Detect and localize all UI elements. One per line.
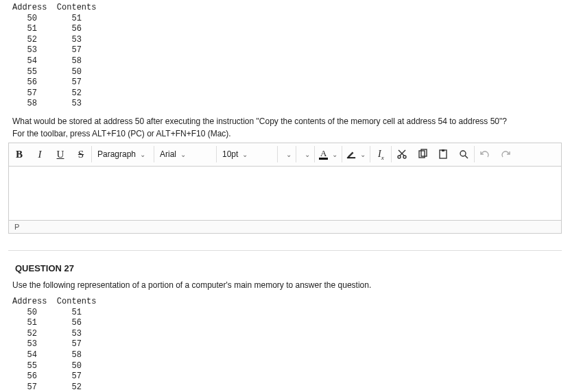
chevron-down-icon: ⌄ <box>360 151 366 158</box>
col-header-contents: Contents <box>57 297 97 306</box>
svg-point-14 <box>403 156 406 158</box>
remove-formatting-icon: Ix <box>378 149 384 161</box>
cell-cont: 53 <box>71 99 81 108</box>
cell-cont: 57 <box>71 371 81 381</box>
cell-addr: 53 <box>27 45 37 55</box>
chevron-down-icon: ⌄ <box>180 151 186 158</box>
chevron-down-icon: ⌄ <box>242 151 248 158</box>
col-header-address: Address <box>12 3 47 12</box>
cell-cont: 50 <box>71 67 81 77</box>
paste-button[interactable] <box>433 143 453 165</box>
find-button[interactable] <box>453 143 474 165</box>
cell-addr: 51 <box>27 24 37 34</box>
search-icon <box>458 149 469 160</box>
paragraph-select-label: Paragraph <box>97 149 136 159</box>
text-color-icon: A <box>319 149 328 160</box>
question-27-intro: Use the following representation of a po… <box>12 280 570 290</box>
redo-button[interactable] <box>495 143 516 165</box>
question-27-header: QUESTION 27 <box>15 263 570 273</box>
cut-button[interactable] <box>392 143 412 165</box>
svg-rect-12 <box>347 158 355 159</box>
cell-cont: 56 <box>71 24 81 34</box>
cell-addr: 52 <box>27 329 37 339</box>
underline-button[interactable]: U <box>50 143 71 165</box>
question-divider <box>8 250 562 251</box>
toolbar-hint: For the toolbar, press ALT+F10 (PC) or A… <box>12 129 570 138</box>
cell-addr: 57 <box>27 88 37 98</box>
paragraph-select[interactable]: Paragraph ⌄ <box>92 143 154 165</box>
cell-addr: 50 <box>27 308 37 317</box>
scissors-icon <box>396 149 407 160</box>
cell-cont: 57 <box>71 45 81 55</box>
strikethrough-button[interactable]: S <box>71 143 91 165</box>
svg-point-13 <box>398 156 401 158</box>
cell-cont: 51 <box>71 308 81 317</box>
cell-addr: 56 <box>27 77 37 87</box>
cell-cont: 53 <box>71 329 81 339</box>
cell-cont: 57 <box>71 77 81 87</box>
cell-cont: 51 <box>71 14 81 23</box>
cell-addr: 51 <box>27 318 37 328</box>
svg-rect-20 <box>442 149 444 151</box>
col-header-contents: Contents <box>57 3 97 12</box>
numbered-list-button[interactable]: 1 2 3 ⌄ <box>296 143 314 165</box>
paste-icon <box>438 149 449 160</box>
cell-cont: 52 <box>71 382 81 392</box>
text-color-button[interactable]: A ⌄ <box>315 143 342 165</box>
cell-cont: 53 <box>71 35 81 45</box>
cell-cont: 56 <box>71 318 81 328</box>
cell-cont: 58 <box>71 56 81 66</box>
chevron-down-icon: ⌄ <box>332 151 337 158</box>
col-header-address: Address <box>12 297 47 306</box>
cell-addr: 50 <box>27 14 37 23</box>
editor-toolbar: B I U S Paragraph ⌄ Arial ⌄ 10pt ⌄ ⌄ <box>9 143 561 167</box>
svg-line-22 <box>465 156 468 158</box>
font-select[interactable]: Arial ⌄ <box>154 143 216 165</box>
cell-addr: 53 <box>27 339 37 349</box>
question-prev-text: What would be stored at address 50 after… <box>12 117 570 126</box>
bold-button[interactable]: B <box>9 143 29 165</box>
undo-button[interactable] <box>475 143 495 165</box>
highlight-icon <box>346 149 356 159</box>
cell-addr: 56 <box>27 371 37 381</box>
cell-cont: 50 <box>71 361 81 371</box>
cell-addr: 57 <box>27 382 37 392</box>
remove-formatting-button[interactable]: Ix <box>370 143 391 165</box>
cell-cont: 58 <box>71 350 81 360</box>
editor-content-area[interactable] <box>9 167 561 220</box>
chevron-down-icon: ⌄ <box>286 151 292 158</box>
cell-cont: 57 <box>71 339 81 349</box>
font-select-label: Arial <box>160 149 176 159</box>
copy-icon <box>417 149 428 160</box>
font-size-label: 10pt <box>222 149 238 159</box>
redo-icon <box>500 149 511 160</box>
chevron-down-icon: ⌄ <box>140 151 145 158</box>
undo-icon <box>479 149 490 160</box>
chevron-down-icon: ⌄ <box>305 151 310 158</box>
cell-addr: 54 <box>27 56 37 66</box>
rich-text-editor: B I U S Paragraph ⌄ Arial ⌄ 10pt ⌄ ⌄ <box>8 143 562 234</box>
svg-point-21 <box>460 151 466 156</box>
copy-button[interactable] <box>412 143 433 165</box>
font-size-select[interactable]: 10pt ⌄ <box>217 143 277 165</box>
memory-table-top: Address Contents 50 51 51 56 52 53 53 57… <box>12 3 570 110</box>
italic-button[interactable]: I <box>29 143 50 165</box>
editor-status-bar: P <box>9 220 561 233</box>
highlight-color-button[interactable]: ⌄ <box>342 143 370 165</box>
cell-addr: 54 <box>27 350 37 360</box>
cell-addr: 55 <box>27 67 37 77</box>
cell-addr: 55 <box>27 361 37 371</box>
memory-table-q27: Address Contents 50 51 51 56 52 53 53 57… <box>12 297 570 392</box>
cell-cont: 52 <box>71 88 81 98</box>
cell-addr: 58 <box>27 99 37 108</box>
cell-addr: 52 <box>27 35 37 45</box>
bullet-list-button[interactable]: ⌄ <box>278 143 296 165</box>
